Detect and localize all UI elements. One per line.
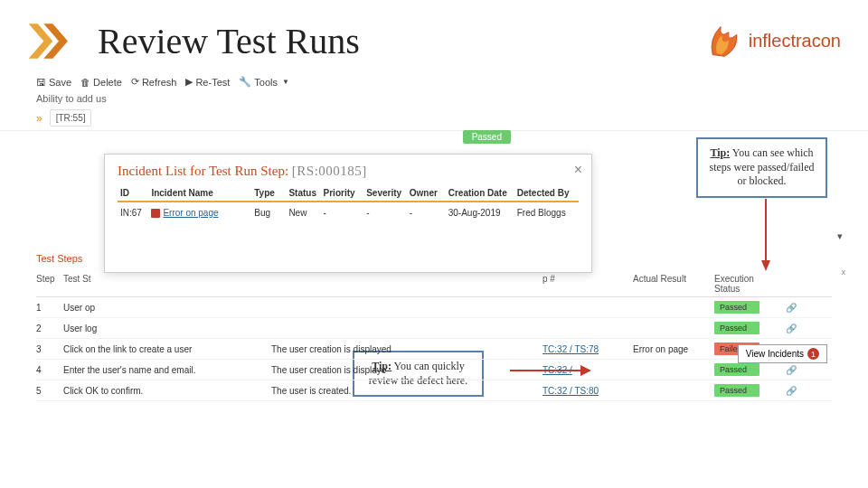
- cell-exec: Passed: [714, 301, 778, 314]
- cell-name: Error on page: [148, 208, 251, 218]
- toolbar: 🖫Save 🗑Delete ⟳Refresh ▶Re-Test 🔧Tools▼: [0, 72, 868, 91]
- hdr-act: Actual Result: [633, 274, 714, 294]
- modal-header-row: ID Incident Name Type Status Priority Se…: [118, 188, 579, 202]
- table-row[interactable]: 5Click OK to confirm.The user is created…: [36, 380, 832, 401]
- cell-desc: User op: [63, 303, 271, 313]
- cell-desc: Enter the user's name and email.: [63, 365, 271, 375]
- table-row[interactable]: 2User logPassed🔗: [36, 318, 832, 339]
- table-row[interactable]: 4Enter the user's name and email.The use…: [36, 360, 832, 380]
- cell-desc: Click on the link to create a user: [63, 344, 271, 354]
- cell-id: IN:67: [118, 208, 148, 218]
- cell-exec: Passed: [714, 384, 778, 397]
- incident-count-badge: 1: [807, 348, 819, 360]
- cell-date: 30-Aug-2019: [446, 208, 514, 218]
- col-type: Type: [251, 188, 286, 198]
- cell-owner: -: [407, 208, 446, 218]
- test-steps-table: Step Test St p # Actual Result Execution…: [36, 271, 832, 401]
- page-title: Review Test Runs: [98, 20, 360, 62]
- delete-button[interactable]: 🗑Delete: [80, 77, 122, 88]
- hdr-desc: Test St: [63, 274, 271, 294]
- view-incidents-label: View Incidents: [746, 349, 804, 359]
- status-badge: Passed: [463, 130, 511, 144]
- cell-exp: The user is created.: [271, 386, 542, 396]
- cell-status: New: [286, 208, 320, 218]
- tools-label: Tools: [254, 77, 278, 88]
- tab-row: » [TR:55]: [0, 106, 868, 131]
- cell-exp: The user creation is displaye: [271, 365, 542, 375]
- cell-severity: -: [363, 208, 407, 218]
- subtitle: Ability to add us: [0, 91, 868, 106]
- tip-execution-status: Tip: You can see which steps were passed…: [696, 137, 827, 198]
- modal-data-row[interactable]: IN:67 Error on page Bug New - - - 30-Aug…: [118, 208, 579, 218]
- modal-title-prefix: Incident List for Test Run Step:: [118, 164, 292, 178]
- save-icon: 🖫: [36, 77, 46, 88]
- save-label: Save: [49, 77, 71, 88]
- col-name: Incident Name: [148, 188, 251, 198]
- modal-rs-id: [RS:000185]: [292, 164, 367, 178]
- cell-priority: -: [321, 208, 364, 218]
- col-priority: Priority: [321, 188, 364, 198]
- link-icon[interactable]: 🔗: [778, 324, 805, 333]
- close-small-icon[interactable]: x: [842, 267, 846, 277]
- refresh-label: Refresh: [142, 77, 177, 88]
- brand-text: inflectracon: [749, 31, 841, 52]
- incident-link[interactable]: Error on page: [163, 208, 218, 218]
- col-date: Creation Date: [446, 188, 514, 198]
- view-incidents-button[interactable]: View Incidents 1: [738, 344, 827, 363]
- cell-ref: TC:32 /: [542, 365, 633, 375]
- bug-icon: [151, 209, 160, 218]
- cell-ref: TC:32 / TS:80: [542, 386, 633, 396]
- cell-step: 4: [36, 365, 63, 375]
- table-row[interactable]: 3Click on the link to create a userThe u…: [36, 339, 832, 360]
- brand-logo: inflectracon: [704, 23, 841, 59]
- hdr-ref: p #: [542, 274, 633, 294]
- cell-act: Error on page: [633, 344, 714, 354]
- cell-step: 5: [36, 386, 63, 396]
- hdr-exec: Execution Status: [714, 274, 778, 294]
- link-icon[interactable]: 🔗: [778, 386, 805, 396]
- cell-step: 1: [36, 303, 63, 313]
- chevron-logo-icon: [27, 18, 81, 63]
- link-icon[interactable]: 🔗: [778, 365, 805, 375]
- table-row[interactable]: 1User opPassed🔗: [36, 297, 832, 318]
- col-severity: Severity: [363, 188, 407, 198]
- hdr-step: Step: [36, 274, 63, 294]
- col-detected: Detected By: [514, 188, 579, 198]
- cell-desc: User log: [63, 324, 271, 333]
- tools-icon: 🔧: [239, 76, 251, 88]
- refresh-button[interactable]: ⟳Refresh: [131, 76, 177, 88]
- link-icon[interactable]: 🔗: [778, 303, 805, 313]
- cell-exec: Passed: [714, 322, 778, 334]
- flame-icon: [704, 23, 745, 59]
- incident-modal: Incident List for Test Run Step: [RS:000…: [104, 154, 592, 273]
- modal-close-button[interactable]: ×: [574, 162, 582, 178]
- tab-tr55[interactable]: [TR:55]: [50, 109, 92, 127]
- steps-header-row: Step Test St p # Actual Result Execution…: [36, 271, 832, 297]
- save-button[interactable]: 🖫Save: [36, 77, 71, 88]
- caret-down-icon: ▼: [282, 78, 289, 86]
- cell-ref: TC:32 / TS:78: [542, 344, 633, 354]
- test-steps-heading: Test Steps: [36, 253, 82, 264]
- retest-button[interactable]: ▶Re-Test: [185, 76, 230, 88]
- cell-step: 2: [36, 324, 63, 333]
- hdr-exp: [271, 274, 542, 294]
- delete-icon: 🗑: [80, 77, 90, 88]
- tools-button[interactable]: 🔧Tools▼: [239, 76, 289, 88]
- page-header: Review Test Runs inflectracon: [0, 0, 868, 72]
- cell-detected: Fred Bloggs: [514, 208, 579, 218]
- arrow-down-icon: [761, 199, 770, 275]
- cell-type: Bug: [251, 208, 286, 218]
- cell-exec: Passed: [714, 363, 778, 376]
- tip-label: Tip:: [710, 146, 730, 159]
- expand-icon[interactable]: »: [36, 112, 42, 125]
- retest-label: Re-Test: [195, 77, 230, 88]
- col-owner: Owner: [407, 188, 446, 198]
- cell-desc: Click OK to confirm.: [63, 386, 271, 396]
- dropdown-caret-icon[interactable]: ▾: [837, 230, 843, 242]
- cell-exp: The user creation is displayed: [271, 344, 542, 354]
- cell-step: 3: [36, 344, 63, 354]
- modal-title: Incident List for Test Run Step: [RS:000…: [118, 164, 579, 179]
- play-icon: ▶: [185, 76, 193, 88]
- delete-label: Delete: [93, 77, 122, 88]
- refresh-icon: ⟳: [131, 76, 139, 88]
